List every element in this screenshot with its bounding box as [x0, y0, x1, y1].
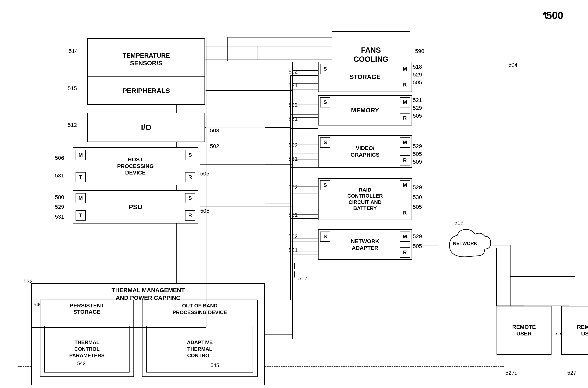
adaptive-thermal-box: ADAPTIVETHERMALCONTROL	[146, 326, 253, 372]
psu-s-box: S	[185, 193, 195, 203]
ref-545: 545	[211, 362, 219, 368]
ref-590: 590	[415, 48, 424, 54]
host-r-box: R	[185, 172, 195, 182]
raid-s-box: S	[320, 180, 330, 190]
ref-529-psu: 529	[55, 204, 64, 210]
ref-529-raid: 529	[413, 184, 422, 191]
ref-505-memory: 505	[413, 113, 422, 119]
psu-r-box: R	[185, 210, 195, 220]
ref-506: 506	[55, 155, 64, 161]
ref-527-n: 527ₙ	[567, 370, 579, 376]
ref-505-host: 505	[200, 170, 209, 177]
raid-m-box: M	[400, 180, 410, 190]
network-adapter-box: S M R NETWORKADAPTER	[318, 229, 412, 260]
network-cloud: NETWORK	[438, 225, 493, 265]
ref-505-storage: 505	[413, 79, 422, 86]
ref-514: 514	[69, 48, 78, 54]
persistent-storage-box: PERSISTENTSTORAGE THERMALCONTROLPARAMETE…	[40, 300, 134, 377]
raid-r-box: R	[400, 208, 410, 218]
ref-502-storage: 502	[289, 69, 298, 75]
memory-r-box: R	[400, 113, 410, 123]
diagram-container: ↖ 500 504 514 TEMPERATURESENSOR/S 590 FA…	[6, 6, 575, 382]
ref-530: 530	[413, 194, 422, 200]
host-t-box: T	[76, 172, 86, 182]
fig-number: 500	[546, 9, 563, 21]
ref-521: 521	[413, 97, 422, 103]
host-processing-box: M S T R HOSTPROCESSINGDEVICE	[73, 147, 198, 185]
video-s-box: S	[320, 137, 330, 148]
ref-502-main: 502	[210, 143, 219, 149]
out-of-band-box: OUT OF BANDPROCESSING DEVICE ADAPTIVETHE…	[142, 300, 258, 377]
netadapter-r-box: R	[400, 247, 410, 258]
ref-504: 504	[508, 62, 518, 68]
ref-502-video: 502	[289, 142, 298, 148]
svg-text:NETWORK: NETWORK	[453, 241, 478, 246]
netadapter-m-box: M	[400, 232, 410, 242]
storage-r-box: R	[400, 80, 410, 90]
video-box: S M R VIDEO/GRAPHICS	[318, 135, 412, 168]
ref-505-video: 505	[413, 151, 422, 157]
ref-505-raid: 505	[413, 204, 422, 210]
netadapter-s-box: S	[320, 232, 330, 242]
ref-529-video: 529	[413, 143, 422, 149]
psu-box: M S T R PSU	[73, 190, 198, 223]
video-m-box: M	[400, 137, 410, 148]
psu-t-box: T	[76, 210, 86, 220]
ref-505-psu: 505	[200, 208, 209, 214]
remote-user-1-box: REMOTEUSER	[497, 306, 552, 355]
ref-529-storage: 529	[413, 72, 422, 78]
temp-sensor-box: TEMPERATURESENSOR/S	[87, 38, 205, 80]
thermal-outer-box: THERMAL MANAGEMENTAND POWER CAPPING 540 …	[31, 283, 265, 385]
peripherals-box: PERIPHERALS	[87, 76, 205, 105]
ref-531-raid: 531	[289, 212, 298, 218]
ref-502-memory: 502	[289, 102, 298, 108]
ref-531-psu: 531	[55, 214, 64, 220]
video-r-box: R	[400, 155, 410, 166]
ref-542: 542	[77, 360, 85, 366]
ref-505-netadapter: 505	[413, 243, 422, 249]
ref-515: 515	[68, 85, 77, 92]
host-m-box: M	[76, 150, 86, 160]
ref-531-memory: 531	[289, 116, 298, 122]
psu-m-box: M	[76, 193, 86, 203]
storage-s-box: S	[320, 64, 330, 74]
ref-529-netadapter: 529	[413, 233, 422, 240]
ref-512: 512	[68, 122, 77, 128]
ref-529-memory: 529	[413, 105, 422, 111]
ref-580: 580	[55, 194, 64, 200]
ref-502-netadapter: 502	[289, 233, 298, 240]
ref-531-video: 531	[289, 156, 298, 162]
storage-box: S M R STORAGE	[318, 62, 412, 92]
raid-box: S M R RAIDCONTROLLERCIRCUIT ANDBATTERY	[318, 178, 412, 220]
host-s-box: S	[185, 150, 195, 160]
memory-m-box: M	[400, 97, 410, 107]
ref-531-storage: 531	[289, 82, 298, 89]
ref-502-raid: 502	[289, 184, 298, 191]
memory-s-box: S	[320, 97, 330, 107]
memory-box: S M R MEMORY	[318, 95, 412, 125]
thermal-control-params-box: THERMALCONTROLPARAMETERS	[44, 326, 130, 372]
ref-509: 509	[413, 159, 422, 165]
ref-518: 518	[413, 64, 422, 70]
ref-531-host: 531	[55, 172, 64, 179]
ref-527-1: 527₁	[505, 370, 517, 376]
io-box: I/O	[87, 113, 205, 142]
ref-503: 503	[210, 127, 219, 134]
ref-519: 519	[454, 219, 464, 226]
remote-user-n-box: REMOTEUSER	[561, 306, 588, 355]
ref-531-netadapter: 531	[289, 247, 298, 253]
storage-m-box: M	[400, 64, 410, 74]
